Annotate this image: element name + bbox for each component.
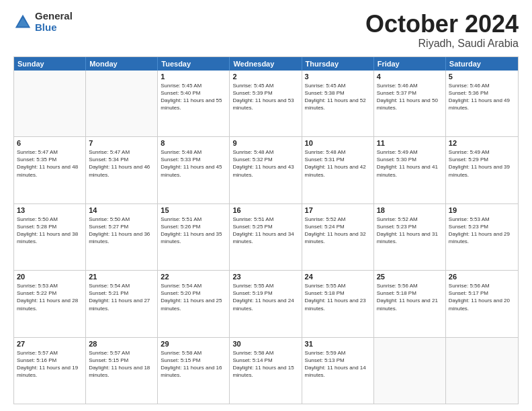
cell-day-number: 9 <box>232 139 298 147</box>
cell-info: Sunrise: 5:51 AMSunset: 5:26 PMDaylight:… <box>161 216 226 246</box>
cell-info: Sunrise: 5:55 AMSunset: 5:18 PMDaylight:… <box>305 282 371 312</box>
calendar-cell <box>374 338 446 404</box>
cell-day-number: 24 <box>305 273 371 281</box>
calendar-cell: 21Sunrise: 5:54 AMSunset: 5:21 PMDayligh… <box>86 271 158 336</box>
header-day-sunday: Sunday <box>14 57 86 71</box>
calendar-cell: 4Sunrise: 5:46 AMSunset: 5:37 PMDaylight… <box>374 71 446 136</box>
cell-day-number: 22 <box>161 273 226 281</box>
cell-day-number: 25 <box>377 273 443 281</box>
logo-icon <box>13 13 32 32</box>
calendar-cell: 27Sunrise: 5:57 AMSunset: 5:16 PMDayligh… <box>14 338 86 404</box>
header-day-thursday: Thursday <box>302 57 374 71</box>
header-day-monday: Monday <box>86 57 158 71</box>
cell-day-number: 2 <box>232 73 298 81</box>
calendar-cell <box>14 71 86 136</box>
cell-info: Sunrise: 5:59 AMSunset: 5:13 PMDaylight:… <box>305 349 371 379</box>
cell-day-number: 27 <box>17 340 83 348</box>
cell-day-number: 11 <box>377 139 443 147</box>
calendar-cell: 14Sunrise: 5:50 AMSunset: 5:27 PMDayligh… <box>86 204 158 270</box>
calendar-cell: 6Sunrise: 5:47 AMSunset: 5:35 PMDaylight… <box>14 137 86 203</box>
cell-day-number: 17 <box>305 206 371 214</box>
cell-day-number: 6 <box>17 139 83 147</box>
cell-day-number: 26 <box>449 273 515 281</box>
cell-info: Sunrise: 5:53 AMSunset: 5:22 PMDaylight:… <box>17 282 83 312</box>
cell-info: Sunrise: 5:47 AMSunset: 5:35 PMDaylight:… <box>17 148 83 179</box>
cell-info: Sunrise: 5:50 AMSunset: 5:27 PMDaylight:… <box>89 216 154 246</box>
calendar-cell: 12Sunrise: 5:49 AMSunset: 5:29 PMDayligh… <box>446 137 518 203</box>
cell-day-number: 31 <box>305 340 371 348</box>
calendar-cell: 1Sunrise: 5:45 AMSunset: 5:40 PMDaylight… <box>158 71 230 136</box>
calendar-cell: 16Sunrise: 5:51 AMSunset: 5:25 PMDayligh… <box>230 204 302 270</box>
cell-info: Sunrise: 5:45 AMSunset: 5:40 PMDaylight:… <box>161 82 226 112</box>
cell-day-number: 7 <box>89 139 154 147</box>
cell-day-number: 1 <box>161 73 226 81</box>
logo-general-label: General <box>35 11 73 22</box>
cell-info: Sunrise: 5:47 AMSunset: 5:34 PMDaylight:… <box>89 148 154 179</box>
calendar-cell: 13Sunrise: 5:50 AMSunset: 5:28 PMDayligh… <box>14 204 86 270</box>
calendar-cell: 23Sunrise: 5:55 AMSunset: 5:19 PMDayligh… <box>230 271 302 336</box>
cell-day-number: 4 <box>377 73 443 81</box>
calendar-week-1: 1Sunrise: 5:45 AMSunset: 5:40 PMDaylight… <box>14 71 518 136</box>
cell-info: Sunrise: 5:51 AMSunset: 5:25 PMDaylight:… <box>232 216 298 246</box>
calendar-cell: 26Sunrise: 5:56 AMSunset: 5:17 PMDayligh… <box>446 271 518 336</box>
calendar-cell: 3Sunrise: 5:45 AMSunset: 5:38 PMDaylight… <box>302 71 374 136</box>
calendar-cell: 24Sunrise: 5:55 AMSunset: 5:18 PMDayligh… <box>302 271 374 336</box>
title-block: October 2024 Riyadh, Saudi Arabia <box>365 11 519 50</box>
cell-day-number: 16 <box>232 206 298 214</box>
calendar-week-3: 13Sunrise: 5:50 AMSunset: 5:28 PMDayligh… <box>14 203 518 270</box>
logo-text: General Blue <box>35 11 73 33</box>
calendar-cell: 17Sunrise: 5:52 AMSunset: 5:24 PMDayligh… <box>302 204 374 270</box>
header: General Blue October 2024 Riyadh, Saudi … <box>13 11 519 50</box>
cell-day-number: 10 <box>305 139 371 147</box>
calendar-cell: 22Sunrise: 5:54 AMSunset: 5:20 PMDayligh… <box>158 271 230 336</box>
calendar-cell: 30Sunrise: 5:58 AMSunset: 5:14 PMDayligh… <box>230 338 302 404</box>
cell-day-number: 8 <box>161 139 226 147</box>
cell-info: Sunrise: 5:48 AMSunset: 5:33 PMDaylight:… <box>161 148 226 179</box>
cell-day-number: 20 <box>17 273 83 281</box>
calendar-cell: 7Sunrise: 5:47 AMSunset: 5:34 PMDaylight… <box>86 137 158 203</box>
cell-info: Sunrise: 5:52 AMSunset: 5:23 PMDaylight:… <box>377 216 443 246</box>
calendar-cell: 20Sunrise: 5:53 AMSunset: 5:22 PMDayligh… <box>14 271 86 336</box>
page: General Blue October 2024 Riyadh, Saudi … <box>0 0 532 411</box>
calendar-cell: 8Sunrise: 5:48 AMSunset: 5:33 PMDaylight… <box>158 137 230 203</box>
cell-day-number: 23 <box>232 273 298 281</box>
cell-info: Sunrise: 5:54 AMSunset: 5:20 PMDaylight:… <box>161 282 226 312</box>
cell-info: Sunrise: 5:56 AMSunset: 5:17 PMDaylight:… <box>449 282 515 312</box>
calendar-cell <box>86 71 158 136</box>
calendar-week-4: 20Sunrise: 5:53 AMSunset: 5:22 PMDayligh… <box>14 270 518 336</box>
calendar-week-5: 27Sunrise: 5:57 AMSunset: 5:16 PMDayligh… <box>14 337 518 404</box>
logo: General Blue <box>13 11 73 33</box>
cell-day-number: 28 <box>89 340 154 348</box>
cell-info: Sunrise: 5:46 AMSunset: 5:37 PMDaylight:… <box>377 82 443 112</box>
calendar-cell: 5Sunrise: 5:46 AMSunset: 5:36 PMDaylight… <box>446 71 518 136</box>
cell-info: Sunrise: 5:45 AMSunset: 5:38 PMDaylight:… <box>305 82 371 112</box>
calendar-cell: 10Sunrise: 5:48 AMSunset: 5:31 PMDayligh… <box>302 137 374 203</box>
cell-info: Sunrise: 5:58 AMSunset: 5:14 PMDaylight:… <box>232 349 298 379</box>
calendar-title: October 2024 <box>365 11 519 38</box>
calendar-cell: 15Sunrise: 5:51 AMSunset: 5:26 PMDayligh… <box>158 204 230 270</box>
header-day-friday: Friday <box>374 57 446 71</box>
cell-info: Sunrise: 5:45 AMSunset: 5:39 PMDaylight:… <box>232 82 298 112</box>
calendar-cell: 9Sunrise: 5:48 AMSunset: 5:32 PMDaylight… <box>230 137 302 203</box>
cell-day-number: 3 <box>305 73 371 81</box>
cell-day-number: 13 <box>17 206 83 214</box>
calendar-cell: 2Sunrise: 5:45 AMSunset: 5:39 PMDaylight… <box>230 71 302 136</box>
calendar-cell: 18Sunrise: 5:52 AMSunset: 5:23 PMDayligh… <box>374 204 446 270</box>
cell-day-number: 14 <box>89 206 154 214</box>
calendar-cell: 29Sunrise: 5:58 AMSunset: 5:15 PMDayligh… <box>158 338 230 404</box>
header-day-saturday: Saturday <box>446 57 518 71</box>
cell-day-number: 30 <box>232 340 298 348</box>
cell-info: Sunrise: 5:57 AMSunset: 5:16 PMDaylight:… <box>17 349 83 379</box>
cell-day-number: 21 <box>89 273 154 281</box>
calendar-location: Riyadh, Saudi Arabia <box>365 38 519 50</box>
cell-day-number: 12 <box>449 139 515 147</box>
cell-info: Sunrise: 5:49 AMSunset: 5:29 PMDaylight:… <box>449 148 515 179</box>
cell-info: Sunrise: 5:53 AMSunset: 5:23 PMDaylight:… <box>449 216 515 246</box>
header-day-wednesday: Wednesday <box>230 57 302 71</box>
cell-info: Sunrise: 5:49 AMSunset: 5:30 PMDaylight:… <box>377 148 443 179</box>
cell-info: Sunrise: 5:54 AMSunset: 5:21 PMDaylight:… <box>89 282 154 312</box>
calendar-cell: 25Sunrise: 5:56 AMSunset: 5:18 PMDayligh… <box>374 271 446 336</box>
calendar-cell: 19Sunrise: 5:53 AMSunset: 5:23 PMDayligh… <box>446 204 518 270</box>
cell-info: Sunrise: 5:58 AMSunset: 5:15 PMDaylight:… <box>161 349 226 379</box>
calendar-cell: 11Sunrise: 5:49 AMSunset: 5:30 PMDayligh… <box>374 137 446 203</box>
